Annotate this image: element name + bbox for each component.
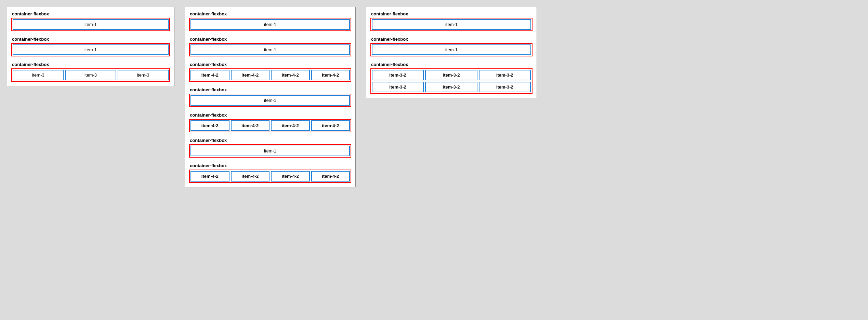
flex-item: item-4-2 xyxy=(271,171,310,182)
group-label: container-flexbox xyxy=(370,62,532,67)
group: container-flexbox item-4-2 item-4-2 item… xyxy=(189,112,351,132)
container-flexbox: item-1 xyxy=(11,43,170,56)
flex-item: item-4-2 xyxy=(231,70,270,80)
flex-item: item-3-2 xyxy=(479,82,531,92)
group: container-flexbox item-3-2 item-3-2 item… xyxy=(370,62,532,94)
group-label: container-flexbox xyxy=(370,11,532,16)
container-flexbox: item-1 xyxy=(11,18,170,31)
flex-item: item-4-2 xyxy=(311,120,350,131)
group-label: container-flexbox xyxy=(189,138,351,143)
flex-item: item-4-2 xyxy=(311,171,350,182)
panel-right: container-flexbox item-1 container-flexb… xyxy=(366,7,537,98)
container-flexbox: item-1 xyxy=(370,18,532,31)
group: container-flexbox item-1 xyxy=(11,37,170,56)
container-flexbox: item-3 item-3 item-3 xyxy=(11,68,170,82)
container-flexbox: item-1 xyxy=(189,43,351,56)
container-flexbox: item-3-2 item-3-2 item-3-2 item-3-2 item… xyxy=(370,68,532,94)
group-label: container-flexbox xyxy=(189,11,351,16)
flex-item: item-3-2 xyxy=(425,82,477,92)
group: container-flexbox item-3 item-3 item-3 xyxy=(11,62,170,82)
flex-item: item-4-2 xyxy=(271,120,310,131)
flex-item: item-4-2 xyxy=(271,70,310,80)
group-label: container-flexbox xyxy=(189,62,351,67)
flex-item: item-3-2 xyxy=(372,82,424,92)
group: container-flexbox item-1 xyxy=(11,11,170,31)
group: container-flexbox item-1 xyxy=(189,138,351,158)
flex-item: item-1 xyxy=(190,44,350,55)
flex-item: item-1 xyxy=(190,95,350,106)
container-flexbox: item-1 xyxy=(189,144,351,158)
panel-center: container-flexbox item-1 container-flexb… xyxy=(185,7,356,187)
panel-left: container-flexbox item-1 container-flexb… xyxy=(7,7,174,86)
container-flexbox: item-1 xyxy=(189,18,351,31)
container-flexbox: item-1 xyxy=(189,94,351,107)
flex-item: item-3 xyxy=(118,70,169,80)
group-label: container-flexbox xyxy=(189,112,351,118)
container-flexbox: item-4-2 item-4-2 item-4-2 item-4-2 xyxy=(189,68,351,82)
group-label: container-flexbox xyxy=(11,37,170,42)
flex-item: item-3 xyxy=(65,70,116,80)
flex-item: item-3-2 xyxy=(372,70,424,80)
flex-item: item-1 xyxy=(13,44,169,55)
flex-item: item-1 xyxy=(372,19,531,30)
flex-item: item-3 xyxy=(13,70,64,80)
flex-item: item-3-2 xyxy=(479,70,531,80)
group: container-flexbox item-4-2 item-4-2 item… xyxy=(189,163,351,183)
container-flexbox: item-1 xyxy=(370,43,532,56)
flex-item: item-4-2 xyxy=(190,171,229,182)
flex-item: item-1 xyxy=(372,44,531,55)
flex-item: item-4-2 xyxy=(231,120,270,131)
flex-item: item-1 xyxy=(190,146,350,156)
flex-item: item-1 xyxy=(190,19,350,30)
flex-item: item-1 xyxy=(13,19,169,30)
group: container-flexbox item-1 xyxy=(370,11,532,31)
group-label: container-flexbox xyxy=(370,37,532,42)
flex-item: item-4-2 xyxy=(231,171,270,182)
flex-item: item-4-2 xyxy=(190,120,229,131)
group-label: container-flexbox xyxy=(11,11,170,16)
flex-item: item-4-2 xyxy=(311,70,350,80)
container-flexbox: item-4-2 item-4-2 item-4-2 item-4-2 xyxy=(189,119,351,132)
group: container-flexbox item-1 xyxy=(189,87,351,107)
group: container-flexbox item-1 xyxy=(370,37,532,56)
flex-item: item-4-2 xyxy=(190,70,229,80)
group-label: container-flexbox xyxy=(189,87,351,92)
group: container-flexbox item-1 xyxy=(189,11,351,31)
container-flexbox: item-4-2 item-4-2 item-4-2 item-4-2 xyxy=(189,170,351,183)
group-label: container-flexbox xyxy=(11,62,170,67)
group: container-flexbox item-4-2 item-4-2 item… xyxy=(189,62,351,82)
group-label: container-flexbox xyxy=(189,37,351,42)
group-label: container-flexbox xyxy=(189,163,351,168)
flex-item: item-3-2 xyxy=(425,70,477,80)
group: container-flexbox item-1 xyxy=(189,37,351,56)
